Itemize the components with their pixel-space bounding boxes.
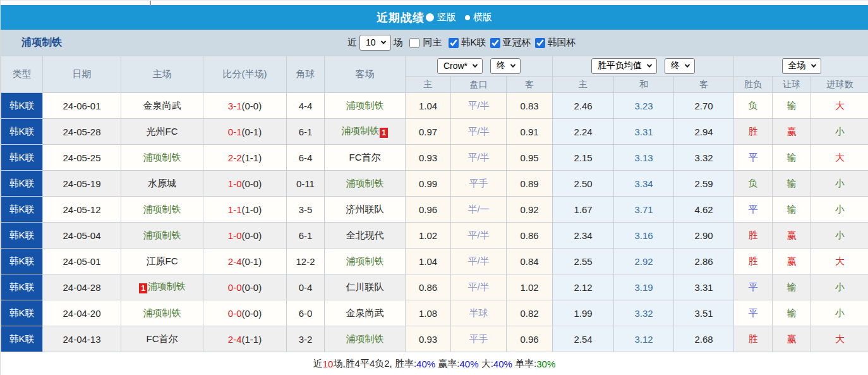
home-team-cell: 浦项制铁 — [121, 223, 203, 249]
scope-dropdown[interactable]: 全场 — [782, 58, 821, 74]
league-cell: 韩K联 — [1, 197, 43, 223]
vertical-layout-label[interactable]: 竖版 — [437, 11, 456, 23]
chevron-down-icon — [811, 62, 816, 67]
corners-cell: 12-2 — [287, 249, 325, 274]
avg-lose-odds: 2.59 — [674, 171, 734, 197]
handicap-result-cell: 赢 — [773, 249, 811, 274]
match-row: 韩K联24-05-28光州FC0-1(0-1)6-1浦项制铁10.97平/半0.… — [1, 119, 868, 145]
team-name: 江原FC — [147, 255, 178, 266]
asian-home-odds: 0.93 — [406, 145, 451, 171]
league-cell: 韩K联 — [1, 119, 43, 145]
col-header-away: 客场 — [325, 56, 406, 93]
avg-draw-odds: 3.19 — [614, 274, 674, 300]
chevron-down-icon — [380, 39, 385, 44]
handicap-result-cell: 输 — [773, 171, 811, 197]
fulltime-score: 1-0 — [228, 178, 242, 189]
halftime-score: (1-1) — [242, 152, 262, 163]
score-cell: 2-4(1-1) — [203, 326, 287, 352]
home-team-cell: 水原城 — [121, 171, 203, 197]
asian-handicap: 平手 — [451, 171, 507, 197]
match-row: 韩K联24-04-13FC首尔2-4(1-1)3-2浦项制铁0.93平手0.96… — [1, 326, 868, 352]
home-team-cell: 金泉尚武 — [121, 93, 203, 119]
league-checkbox[interactable] — [449, 38, 459, 48]
goals-result-cell: 大 — [811, 93, 868, 119]
avg-draw-odds: 2.92 — [614, 249, 674, 274]
table-body: 韩K联24-06-01金泉尚武3-1(0-0)4-4浦项制铁1.04平/半0.8… — [1, 93, 868, 352]
team-name: FC首尔 — [147, 333, 178, 344]
stats-footer: 近10场,胜4平4负2, 胜率:40% 赢率:40% 大:40% 单率:30% — [1, 352, 868, 375]
avg-draw-odds: 3.71 — [614, 197, 674, 223]
fulltime-score: 0-1 — [228, 126, 242, 137]
league-checkbox-label[interactable]: 韩K联 — [461, 37, 486, 49]
match-row: 韩K联24-05-01江原FC2-4(0-1)12-2浦项制铁1.04平/半0.… — [1, 249, 868, 274]
league-checkbox-label[interactable]: 亚冠杯 — [503, 37, 531, 49]
avg-lose-odds: 2.90 — [674, 223, 734, 249]
fulltime-score: 1-1 — [228, 204, 242, 215]
corners-cell: 6-0 — [287, 300, 325, 326]
horizontal-layout-radio[interactable] — [465, 15, 470, 20]
handicap-result-cell: 输 — [773, 145, 811, 171]
footer-segment: 近 — [313, 358, 323, 370]
asian-handicap: 平/半 — [451, 249, 507, 274]
away-team-cell: FC首尔 — [325, 145, 406, 171]
goals-result-cell: 大 — [811, 326, 868, 352]
handicap-result-cell: 赢 — [773, 119, 811, 145]
avg-lose-odds: 4.62 — [674, 197, 734, 223]
chevron-down-icon — [510, 62, 515, 67]
corners-cell: 3-5 — [287, 197, 325, 223]
date-cell: 24-05-28 — [43, 119, 121, 145]
handicap-result-cell: 输 — [773, 93, 811, 119]
league-cell: 韩K联 — [1, 171, 43, 197]
asian-handicap: 平/半 — [451, 145, 507, 171]
team-name: 浦项制铁 — [148, 281, 186, 292]
asian-away-odds: 0.86 — [507, 223, 553, 249]
recent-count-value: 10 — [366, 37, 376, 47]
col-header-score: 比分(半场) — [203, 56, 287, 93]
recent-label: 近 — [347, 37, 357, 49]
league-checkbox-label[interactable]: 韩国杯 — [548, 37, 576, 49]
odds-source-dropdown[interactable]: Crow* — [437, 58, 483, 74]
footer-segment: 10 — [323, 359, 334, 369]
footer-segment: 40% — [493, 359, 512, 369]
team-name: FC首尔 — [349, 152, 381, 163]
top-strip — [1, 0, 868, 5]
goals-result-cell: 小 — [811, 300, 868, 326]
odds-time-dropdown[interactable]: 终 — [490, 58, 521, 74]
asian-home-odds: 1.02 — [406, 223, 451, 249]
title-bar: 近期战绩 竖版 横版 — [1, 5, 868, 30]
team-name: 仁川联队 — [346, 281, 384, 292]
match-row: 韩K联24-05-12浦项制铁1-1(1-0)3-5济州联队0.96半/一0.9… — [1, 197, 868, 223]
team-name: 浦项制铁 — [346, 333, 384, 344]
avg-source-dropdown[interactable]: 胜平负均值 — [591, 58, 657, 74]
asian-home-odds: 0.97 — [406, 119, 451, 145]
away-team-cell: 全北现代 — [325, 223, 406, 249]
date-cell: 24-05-04 — [43, 223, 121, 249]
col-header-corners: 角球 — [287, 56, 325, 93]
away-team-cell: 金泉尚武 — [325, 300, 406, 326]
footer-segment: 赢率: — [435, 358, 459, 370]
asian-home-odds: 1.04 — [406, 93, 451, 119]
asian-home-odds: 1.04 — [406, 249, 451, 274]
avg-time-dropdown[interactable]: 终 — [665, 58, 695, 74]
away-team-cell: 浦项制铁 — [325, 171, 406, 197]
fulltime-score: 0-0 — [228, 282, 242, 293]
date-cell: 24-05-19 — [43, 171, 121, 197]
same-home-checkbox[interactable] — [409, 38, 419, 48]
league-checkbox[interactable] — [535, 38, 545, 48]
league-checkbox[interactable] — [490, 38, 500, 48]
home-team-cell: 浦项制铁 — [121, 145, 203, 171]
corners-cell: 4-4 — [287, 93, 325, 119]
recent-count-dropdown[interactable]: 10 — [359, 35, 391, 51]
result-cell: 负 — [734, 93, 773, 119]
horizontal-layout-label[interactable]: 横版 — [473, 11, 492, 23]
score-cell: 2-4(0-1) — [203, 249, 287, 274]
away-team-cell: 浦项制铁 — [325, 93, 406, 119]
vertical-layout-radio[interactable] — [426, 13, 434, 22]
result-cell: 平 — [734, 145, 773, 171]
team-name: 浦项制铁 — [143, 204, 181, 214]
asian-handicap: 平/半 — [451, 93, 507, 119]
result-cell: 胜 — [734, 326, 773, 352]
score-cell: 1-0(0-0) — [203, 223, 287, 249]
col-header-date: 日期 — [43, 56, 121, 93]
same-home-label[interactable]: 同主 — [423, 37, 442, 49]
